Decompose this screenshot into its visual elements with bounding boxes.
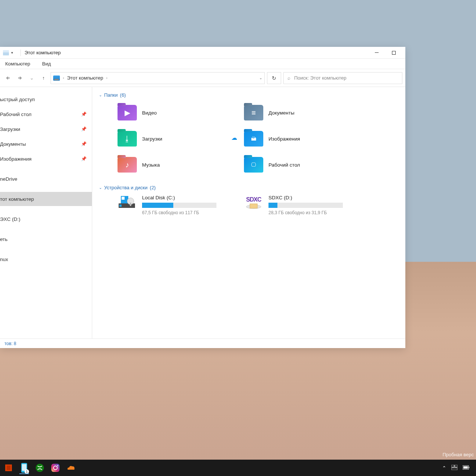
folder-documents[interactable]: ≡ Документы: [244, 102, 370, 123]
video-folder-icon: ▶: [118, 105, 137, 120]
breadcrumb-root[interactable]: Этот компьютер: [67, 75, 103, 81]
navigation-bar: 🠈 🠊 ⌄ ↑ › Этот компьютер › ⌄ ↻ ⌕ Поиск: …: [0, 69, 405, 87]
pin-icon: 📌: [81, 141, 87, 147]
sidebar-linux[interactable]: nux: [0, 252, 92, 266]
item-count: тов: 8: [4, 341, 16, 346]
svg-rect-3: [119, 205, 122, 207]
address-bar[interactable]: › Этот компьютер › ⌄: [51, 72, 265, 84]
taskbar-xbox-icon[interactable]: [33, 461, 46, 474]
address-dropdown-icon[interactable]: ⌄: [259, 76, 262, 80]
window-title: Этот компьютер: [25, 50, 61, 55]
svg-point-17: [57, 465, 58, 466]
content-pane: ⌄ Папки (6) ▶ Видео ≡ Документы ⭳ Загруз…: [92, 87, 405, 338]
svg-rect-23: [463, 466, 468, 469]
downloads-folder-icon: ⭳: [118, 131, 137, 147]
titlebar: ▾ Этот компьютер: [0, 47, 405, 59]
forward-button[interactable]: 🠊: [15, 73, 25, 83]
taskbar-instagram-icon[interactable]: [49, 461, 62, 474]
badge: 1: [25, 469, 29, 474]
minimize-button[interactable]: [368, 47, 385, 59]
chevron-right-icon: ›: [63, 76, 64, 80]
music-folder-icon: ♪: [118, 157, 137, 173]
desktop-folder-icon: 🖵: [244, 157, 263, 173]
sidebar-sdxc[interactable]: ЭXC (D:): [0, 212, 92, 226]
file-explorer-window: ▾ Этот компьютер Компьютер Вид 🠈 🠊 ⌄ ↑ ›…: [0, 47, 405, 348]
windows-watermark: Пробная верс: [443, 452, 474, 457]
sdxc-icon: SDXC: [244, 195, 263, 210]
search-placeholder: Поиск: Этот компьютер: [294, 75, 346, 81]
drive-c[interactable]: Local Disk (C:) 67,5 ГБ свободно из 117 …: [118, 195, 244, 215]
svg-rect-1: [392, 51, 396, 54]
navigation-pane: ыстрый доступ Рабочий стол📌 Загрузки📌 До…: [0, 87, 92, 338]
svg-point-14: [36, 464, 44, 472]
quick-access-dropdown-icon[interactable]: ▾: [11, 51, 13, 55]
svg-rect-15: [51, 464, 60, 472]
svg-rect-7: [130, 203, 131, 206]
svg-rect-19: [455, 465, 457, 467]
sidebar-desktop[interactable]: Рабочий стол📌: [0, 107, 92, 121]
search-input[interactable]: ⌕ Поиск: Этот компьютер: [283, 72, 402, 84]
svg-rect-18: [451, 465, 454, 467]
group-devices-header[interactable]: ⌄ Устройства и диски (2): [99, 185, 399, 190]
svg-rect-11: [7, 466, 10, 470]
svg-rect-9: [250, 204, 257, 208]
sidebar-documents[interactable]: Документы📌: [0, 137, 92, 151]
sidebar-images[interactable]: Изображения📌: [0, 152, 92, 166]
svg-rect-22: [469, 467, 469, 468]
local-disk-icon: [118, 195, 137, 210]
search-icon: ⌕: [287, 75, 290, 81]
taskbar-cloudflare-icon[interactable]: [65, 461, 77, 474]
battery-icon[interactable]: [463, 465, 470, 471]
folder-video[interactable]: ▶ Видео: [118, 102, 244, 123]
chevron-right-icon[interactable]: ›: [106, 76, 107, 80]
sidebar-this-pc[interactable]: тот компьютер: [0, 192, 92, 206]
pin-icon: 📌: [81, 156, 87, 161]
history-dropdown[interactable]: ⌄: [27, 73, 36, 83]
taskbar: 1 ⌃: [0, 460, 476, 476]
sidebar-quick-access[interactable]: ыстрый доступ: [0, 92, 92, 106]
folder-downloads[interactable]: ⭳ Загрузки: [118, 128, 244, 149]
storage-bar: [142, 203, 216, 208]
folder-desktop[interactable]: 🖵 Рабочий стол: [244, 154, 370, 175]
folder-images[interactable]: ☁ 🏔 Изображения: [244, 128, 370, 149]
images-folder-icon: 🏔: [244, 131, 263, 147]
menu-computer[interactable]: Компьютер: [5, 61, 30, 67]
back-button[interactable]: 🠈: [3, 73, 13, 83]
refresh-button[interactable]: ↻: [267, 72, 281, 84]
svg-rect-20: [451, 468, 457, 470]
pin-icon: 📌: [81, 126, 87, 132]
chevron-down-icon: ⌄: [99, 186, 102, 190]
cloud-sync-icon: ☁: [231, 134, 237, 141]
svg-rect-0: [375, 52, 379, 53]
menu-view[interactable]: Вид: [42, 61, 51, 67]
chevron-down-icon: ⌄: [99, 93, 102, 97]
svg-rect-5: [122, 197, 125, 200]
documents-folder-icon: ≡: [244, 105, 263, 120]
drive-d[interactable]: SDXC SDXC (D:) 28,3 ГБ свободно из 31,9 …: [244, 195, 370, 215]
sidebar-network[interactable]: еть: [0, 232, 92, 246]
menubar: Компьютер Вид: [0, 59, 405, 69]
task-view-icon[interactable]: [451, 465, 457, 471]
separator: [20, 49, 21, 56]
taskbar-office-icon[interactable]: [2, 461, 15, 474]
up-button[interactable]: ↑: [39, 73, 48, 83]
maximize-button[interactable]: [385, 47, 402, 59]
folder-music[interactable]: ♪ Музыка: [118, 154, 244, 175]
tray-overflow-icon[interactable]: ⌃: [442, 465, 446, 471]
group-folders-header[interactable]: ⌄ Папки (6): [99, 92, 399, 98]
sidebar-onedrive[interactable]: neDrive: [0, 172, 92, 186]
system-tray: ⌃: [442, 465, 474, 471]
folder-icon: [3, 50, 9, 55]
pin-icon: 📌: [81, 112, 87, 117]
storage-bar: [268, 203, 343, 208]
this-pc-icon: [53, 75, 60, 81]
sidebar-downloads[interactable]: Загрузки📌: [0, 122, 92, 136]
status-bar: тов: 8: [0, 338, 405, 348]
taskbar-phone-icon[interactable]: 1: [18, 461, 30, 474]
